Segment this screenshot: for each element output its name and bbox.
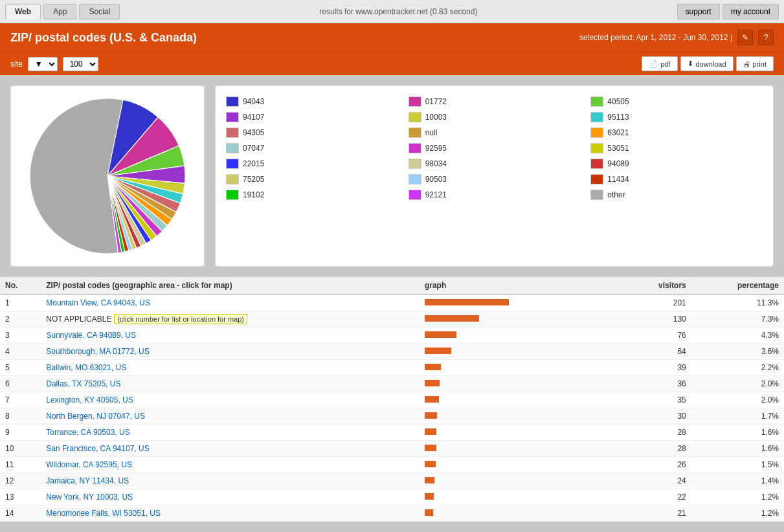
site-select[interactable]: ▼	[28, 57, 58, 71]
table-section: No. ZIP/ postal codes (geographic area -…	[0, 277, 784, 522]
support-button[interactable]: support	[677, 4, 720, 19]
legend-item: other	[590, 190, 763, 200]
bar	[425, 412, 437, 419]
cell-location[interactable]: Jamaica, NY 11434, US	[41, 473, 420, 489]
location-link[interactable]: Ballwin, MO 63021, US	[46, 363, 126, 372]
table-row: 14Menomonee Falls, WI 53051, US211.2%	[0, 505, 784, 522]
cell-no: 1	[0, 294, 41, 311]
table-row: 5Ballwin, MO 63021, US392.2%	[0, 360, 784, 376]
legend-item: 11434	[590, 174, 763, 184]
bar	[425, 380, 440, 386]
tab-social[interactable]: Social	[79, 4, 120, 19]
cell-graph	[420, 311, 623, 327]
tab-web[interactable]: Web	[5, 4, 41, 19]
location-link[interactable]: Menomonee Falls, WI 53051, US	[46, 509, 161, 518]
account-button[interactable]: my account	[722, 4, 779, 19]
legend-label: 01772	[425, 97, 447, 106]
cell-percentage: 2.2%	[691, 360, 784, 376]
cell-no: 8	[0, 408, 41, 425]
legend-box: 94043017724050594107100039511394305null6…	[215, 85, 774, 267]
page-title: ZIP/ postal codes (U.S. & Canada)	[10, 31, 197, 45]
location-link[interactable]: Wildomar, CA 92595, US	[46, 460, 132, 469]
cell-location[interactable]: San Francisco, CA 94107, US	[41, 441, 420, 457]
table-row: 7Lexington, KY 40505, US352.0%	[0, 392, 784, 408]
location-link[interactable]: Jamaica, NY 11434, US	[46, 476, 129, 485]
cell-no: 9	[0, 425, 41, 441]
bar	[425, 493, 434, 500]
col-no: No.	[0, 277, 41, 294]
pdf-icon: 📄	[649, 60, 658, 68]
legend-color-box	[590, 143, 603, 153]
cell-graph	[420, 457, 623, 473]
legend-label: 94107	[243, 113, 264, 122]
cell-graph	[420, 392, 623, 408]
cell-location[interactable]: North Bergen, NJ 07047, US	[41, 408, 420, 425]
legend-item: 75205	[226, 174, 398, 184]
cell-graph	[420, 425, 623, 441]
legend-label: 92595	[425, 144, 447, 153]
header-right: selected period: Apr 1, 2012 - Jun 30, 2…	[579, 30, 774, 45]
location-link[interactable]: New York, NY 10003, US	[46, 493, 133, 502]
col-percentage: percentage	[691, 277, 784, 294]
legend-label: 94043	[243, 97, 264, 106]
cell-location[interactable]: Wildomar, CA 92595, US	[41, 457, 420, 473]
legend-item: 10003	[409, 112, 581, 122]
legend-label: 19102	[243, 190, 264, 199]
location-link[interactable]: Lexington, KY 40505, US	[46, 395, 133, 405]
location-link[interactable]: Southborough, MA 01772, US	[46, 347, 149, 356]
legend-color-box	[590, 112, 603, 122]
chart-box	[10, 85, 205, 267]
page-header: ZIP/ postal codes (U.S. & Canada) select…	[0, 23, 784, 52]
download-button[interactable]: ⬇ download	[680, 56, 734, 71]
cell-visitors: 24	[623, 473, 691, 489]
cell-location[interactable]: Mountain View, CA 94043, US	[41, 294, 420, 311]
location-link[interactable]: North Bergen, NJ 07047, US	[46, 412, 145, 421]
cell-location[interactable]: Sunnyvale, CA 94089, US	[41, 327, 420, 344]
bar	[425, 331, 456, 338]
edit-button[interactable]: ✎	[737, 30, 753, 45]
action-buttons: 📄 pdf ⬇ download 🖨 print	[642, 56, 774, 71]
cell-location[interactable]: Menomonee Falls, WI 53051, US	[41, 505, 420, 522]
legend-color-box	[590, 96, 603, 107]
legend-color-box	[409, 190, 421, 200]
cell-visitors: 201	[623, 294, 691, 311]
location-link[interactable]: Sunnyvale, CA 94089, US	[46, 331, 136, 340]
period-text: selected period: Apr 1, 2012 - Jun 30, 2…	[579, 33, 732, 42]
legend-item: 40505	[590, 96, 763, 107]
cell-percentage: 1.6%	[691, 441, 784, 457]
pdf-button[interactable]: 📄 pdf	[642, 56, 677, 71]
cell-location[interactable]: Dallas, TX 75205, US	[41, 376, 420, 392]
location-link[interactable]: Mountain View, CA 94043, US	[46, 298, 150, 307]
cell-no: 10	[0, 441, 41, 457]
count-select[interactable]: 100 50 25	[63, 57, 98, 71]
location-link[interactable]: San Francisco, CA 94107, US	[46, 444, 149, 453]
location-link[interactable]: Dallas, TX 75205, US	[46, 379, 120, 388]
legend-item: 92595	[409, 143, 581, 153]
cell-no: 11	[0, 457, 41, 473]
legend-color-box	[226, 143, 239, 153]
legend-grid: 94043017724050594107100039511394305null6…	[226, 96, 763, 200]
legend-color-box	[409, 174, 421, 184]
bar	[425, 364, 441, 370]
legend-label: 94305	[243, 128, 264, 137]
help-button[interactable]: ?	[758, 30, 774, 45]
table-header-row: No. ZIP/ postal codes (geographic area -…	[0, 277, 784, 294]
cell-visitors: 64	[623, 344, 691, 360]
table-row: 1Mountain View, CA 94043, US20111.3%	[0, 294, 784, 311]
legend-label: 40505	[607, 97, 629, 106]
cell-location[interactable]: New York, NY 10003, US	[41, 489, 420, 505]
bar	[425, 445, 436, 451]
cell-location[interactable]: Ballwin, MO 63021, US	[41, 360, 420, 376]
print-button[interactable]: 🖨 print	[736, 56, 774, 71]
tab-app[interactable]: App	[43, 4, 76, 19]
location-link[interactable]: Torrance, CA 90503, US	[46, 428, 129, 437]
legend-color-box	[590, 159, 603, 169]
legend-label: 11434	[607, 175, 629, 184]
cell-percentage: 2.0%	[691, 376, 784, 392]
cell-location[interactable]: Southborough, MA 01772, US	[41, 344, 420, 360]
cell-graph	[420, 376, 623, 392]
cell-location[interactable]: Lexington, KY 40505, US	[41, 392, 420, 408]
legend-color-box	[226, 174, 239, 184]
legend-label: 94089	[607, 159, 629, 168]
cell-location[interactable]: Torrance, CA 90503, US	[41, 425, 420, 441]
